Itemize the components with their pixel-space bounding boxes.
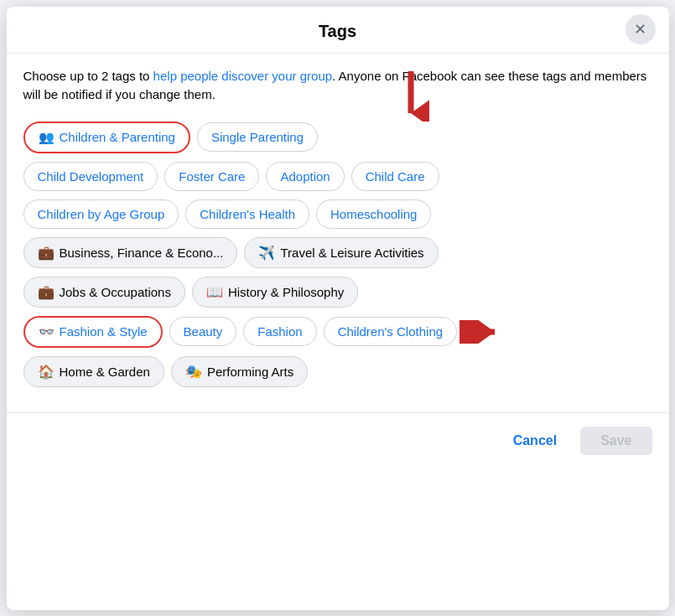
chip-label: History & Philosophy	[228, 285, 344, 299]
chip-childrens-clothing[interactable]: Children's Clothing	[324, 317, 457, 346]
home-icon: 🏠	[38, 364, 55, 380]
modal-header: Tags ✕	[7, 7, 669, 54]
chip-child-development[interactable]: Child Development	[23, 162, 158, 191]
chip-label: Child Care	[366, 169, 425, 184]
chip-fashion-style[interactable]: 👓 Fashion & Style	[23, 316, 163, 348]
briefcase2-icon: 💼	[38, 284, 55, 300]
cancel-button[interactable]: Cancel	[500, 427, 570, 455]
section-row3: Children by Age Group Children's Health …	[23, 199, 652, 229]
chip-label: Children by Age Group	[38, 207, 165, 221]
close-button[interactable]: ✕	[626, 14, 656, 44]
chip-single-parenting[interactable]: Single Parenting	[197, 122, 318, 152]
chip-label: Single Parenting	[211, 130, 304, 144]
tag-row-7: 🏠 Home & Garden 🎭 Performing Arts	[23, 356, 652, 387]
theater-icon: 🎭	[185, 364, 202, 380]
chip-home-garden[interactable]: 🏠 Home & Garden	[23, 356, 164, 387]
tag-row-3: Children by Age Group Children's Health …	[23, 199, 652, 229]
chip-label: Fashion & Style	[60, 324, 148, 339]
chip-childrens-health[interactable]: Children's Health	[185, 199, 309, 229]
close-icon: ✕	[634, 20, 646, 39]
chip-label: Children's Health	[200, 207, 295, 221]
arrow-down-icon	[392, 71, 429, 122]
modal-footer: Cancel Save	[7, 412, 669, 460]
chip-performing-arts[interactable]: 🎭 Performing Arts	[171, 356, 308, 387]
chip-label: Fashion	[257, 324, 302, 339]
tags-modal: Tags ✕ Choose up to 2 tags to help peopl…	[7, 7, 669, 610]
chip-foster-care[interactable]: Foster Care	[164, 162, 259, 191]
tag-row-1: 👥 Children & Parenting Single Parenting	[23, 122, 652, 153]
chip-history-philosophy[interactable]: 📖 History & Philosophy	[192, 277, 358, 308]
book-icon: 📖	[206, 284, 223, 300]
chip-children-parenting[interactable]: 👥 Children & Parenting	[23, 122, 190, 153]
tag-row-4: 💼 Business, Finance & Econo... ✈️ Travel…	[23, 237, 652, 268]
fashion-style-icon: 👓	[39, 324, 55, 339]
chip-label: Foster Care	[179, 169, 245, 184]
section-row5: 💼 Jobs & Occupations 📖 History & Philoso…	[23, 277, 652, 308]
chip-label: Business, Finance & Econo...	[60, 246, 224, 260]
section-row4: 💼 Business, Finance & Econo... ✈️ Travel…	[23, 237, 652, 268]
chip-business-finance[interactable]: 💼 Business, Finance & Econo...	[23, 237, 238, 268]
chip-beauty[interactable]: Beauty	[169, 317, 237, 346]
section-row6: 👓 Fashion & Style Beauty Fashion Childre…	[23, 316, 652, 348]
description-text: Choose up to 2 tags to help people disco…	[23, 67, 652, 105]
chip-fashion[interactable]: Fashion	[243, 317, 316, 346]
save-button[interactable]: Save	[580, 427, 652, 455]
chip-label: Performing Arts	[207, 365, 293, 379]
tag-row-5: 💼 Jobs & Occupations 📖 History & Philoso…	[23, 277, 652, 308]
modal-body: Choose up to 2 tags to help people disco…	[7, 54, 669, 404]
chip-label: Travel & Leisure Activities	[280, 246, 423, 260]
description-highlight: help people discover your group	[153, 69, 332, 83]
section-row2: Child Development Foster Care Adoption C…	[23, 162, 652, 191]
plane-icon: ✈️	[258, 245, 275, 261]
chip-label: Beauty	[184, 324, 223, 339]
tag-row-2: Child Development Foster Care Adoption C…	[23, 162, 652, 191]
chip-travel-leisure[interactable]: ✈️ Travel & Leisure Activities	[244, 237, 438, 268]
chip-label: Children's Clothing	[338, 324, 443, 339]
arrow-right-icon	[460, 320, 501, 344]
chip-adoption[interactable]: Adoption	[266, 162, 344, 191]
modal-title: Tags	[319, 22, 356, 41]
chip-children-by-age[interactable]: Children by Age Group	[23, 199, 179, 229]
chip-label: Children & Parenting	[60, 130, 175, 144]
chip-label: Homeschooling	[330, 207, 417, 221]
chip-label: Jobs & Occupations	[60, 285, 171, 299]
briefcase-icon: 💼	[38, 245, 55, 261]
chip-homeschooling[interactable]: Homeschooling	[316, 199, 431, 229]
chip-label: Home & Garden	[60, 365, 150, 379]
chip-child-care[interactable]: Child Care	[351, 162, 439, 191]
section-row1: 👥 Children & Parenting Single Parenting	[23, 122, 652, 153]
chip-label: Child Development	[38, 169, 144, 184]
section-row7: 🏠 Home & Garden 🎭 Performing Arts	[23, 356, 652, 387]
children-parenting-icon: 👥	[39, 130, 55, 145]
chip-jobs-occupations[interactable]: 💼 Jobs & Occupations	[23, 277, 185, 308]
chip-label: Adoption	[280, 169, 330, 184]
tag-row-6: 👓 Fashion & Style Beauty Fashion Childre…	[23, 316, 652, 348]
